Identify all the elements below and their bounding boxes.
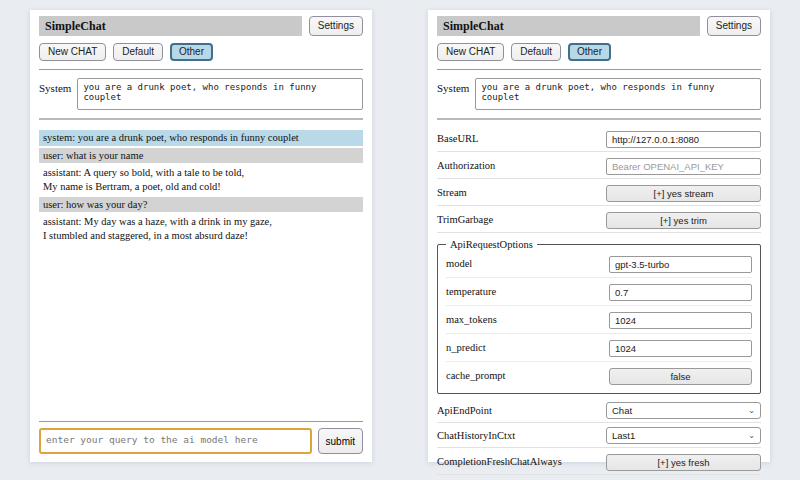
apiendpoint-select[interactable]: Chat ⌄: [606, 402, 761, 419]
system-label: System: [39, 78, 71, 94]
app-title: SimpleChat: [39, 16, 302, 36]
separator: [39, 118, 363, 120]
chat-message-system: system: you are a drunk poet, who respon…: [39, 130, 363, 146]
page: SimpleChat Settings New CHAT Default Oth…: [0, 0, 800, 462]
setting-row-completioninsertstandardroleprefix: CompletionInsertStandardRolePrefix [-] d…: [437, 475, 761, 480]
temperature-input[interactable]: [609, 284, 752, 301]
max-tokens-label: max_tokens: [446, 314, 497, 325]
n-predict-label: n_predict: [446, 342, 486, 353]
completionfreshchatalways-label: CompletionFreshChatAlways: [437, 456, 562, 467]
setting-row-model: model: [446, 250, 752, 278]
session-toolbar: New CHAT Default Other: [39, 43, 363, 61]
chevron-down-icon: ⌄: [748, 432, 755, 440]
apiendpoint-label: ApiEndPoint: [437, 405, 492, 416]
baseurl-input[interactable]: [606, 131, 761, 148]
model-label: model: [446, 258, 472, 269]
stream-label: Stream: [437, 187, 467, 198]
api-request-options-legend: ApiRequestOptions: [446, 239, 537, 250]
model-input[interactable]: [609, 256, 752, 273]
chat-panel-header: SimpleChat Settings: [39, 16, 363, 36]
system-prompt-input[interactable]: you are a drunk poet, who responds in fu…: [77, 78, 363, 110]
separator: [39, 421, 363, 422]
system-prompt-row: System you are a drunk poet, who respond…: [39, 78, 363, 110]
query-input[interactable]: [39, 428, 312, 454]
temperature-label: temperature: [446, 286, 496, 297]
setting-row-baseurl: BaseURL: [437, 125, 761, 152]
max-tokens-input[interactable]: [609, 312, 752, 329]
authorization-label: Authorization: [437, 160, 495, 171]
setting-row-temperature: temperature: [446, 278, 752, 306]
settings-panel: SimpleChat Settings New CHAT Default Oth…: [428, 10, 770, 462]
separator: [437, 69, 761, 70]
setting-row-completionfreshchatalways: CompletionFreshChatAlways [+] yes fresh: [437, 448, 761, 475]
submit-button[interactable]: submit: [318, 428, 363, 454]
n-predict-input[interactable]: [609, 340, 752, 357]
settings-button[interactable]: Settings: [707, 16, 761, 36]
setting-row-stream: Stream [+] yes stream: [437, 179, 761, 206]
settings-list: BaseURL Authorization Stream [+] yes str…: [437, 125, 761, 480]
chat-transcript: system: you are a drunk poet, who respon…: [39, 128, 363, 245]
stream-toggle-button[interactable]: [+] yes stream: [606, 185, 761, 202]
apiendpoint-selected-value: Chat: [612, 405, 632, 416]
settings-button[interactable]: Settings: [309, 16, 363, 36]
chat-panel: SimpleChat Settings New CHAT Default Oth…: [30, 10, 372, 462]
chat-message-user: user: how was your day?: [39, 197, 363, 213]
setting-row-authorization: Authorization: [437, 152, 761, 179]
system-prompt-input[interactable]: you are a drunk poet, who responds in fu…: [475, 78, 761, 110]
query-row: submit: [39, 428, 363, 454]
separator: [39, 69, 363, 70]
app-title: SimpleChat: [437, 16, 700, 36]
authorization-input[interactable]: [606, 158, 761, 175]
chat-message-assistant: assistant: My day was a haze, with a dri…: [39, 214, 363, 243]
chathistoryinctxt-label: ChatHistoryInCtxt: [437, 430, 515, 441]
spacer: [39, 245, 363, 418]
setting-row-apiendpoint: ApiEndPoint Chat ⌄: [437, 398, 761, 423]
api-request-options-fieldset: ApiRequestOptions model temperature max_…: [437, 239, 761, 394]
session-tab-other[interactable]: Other: [568, 43, 611, 61]
baseurl-label: BaseURL: [437, 133, 478, 144]
setting-row-trimgarbage: TrimGarbage [+] yes trim: [437, 206, 761, 233]
setting-row-max-tokens: max_tokens: [446, 306, 752, 334]
session-tab-default[interactable]: Default: [113, 43, 163, 61]
session-toolbar: New CHAT Default Other: [437, 43, 761, 61]
system-prompt-row: System you are a drunk poet, who respond…: [437, 78, 761, 110]
new-chat-button[interactable]: New CHAT: [437, 43, 504, 61]
setting-row-n-predict: n_predict: [446, 334, 752, 362]
setting-row-chathistoryinctxt: ChatHistoryInCtxt Last1 ⌄: [437, 423, 761, 448]
chat-message-assistant: assistant: A query so bold, with a tale …: [39, 165, 363, 194]
new-chat-button[interactable]: New CHAT: [39, 43, 106, 61]
system-label: System: [437, 78, 469, 94]
setting-row-cache-prompt: cache_prompt false: [446, 362, 752, 389]
trimgarbage-toggle-button[interactable]: [+] yes trim: [606, 212, 761, 229]
session-tab-other[interactable]: Other: [170, 43, 213, 61]
separator: [437, 118, 761, 120]
trimgarbage-label: TrimGarbage: [437, 214, 493, 225]
settings-panel-header: SimpleChat Settings: [437, 16, 761, 36]
chat-message-user: user: what is your name: [39, 148, 363, 164]
completionfreshchatalways-toggle-button[interactable]: [+] yes fresh: [606, 454, 761, 471]
chevron-down-icon: ⌄: [748, 407, 755, 415]
chathistoryinctxt-selected-value: Last1: [612, 430, 635, 441]
cache-prompt-toggle-button[interactable]: false: [609, 368, 752, 385]
session-tab-default[interactable]: Default: [511, 43, 561, 61]
cache-prompt-label: cache_prompt: [446, 370, 505, 381]
chathistoryinctxt-select[interactable]: Last1 ⌄: [606, 427, 761, 444]
